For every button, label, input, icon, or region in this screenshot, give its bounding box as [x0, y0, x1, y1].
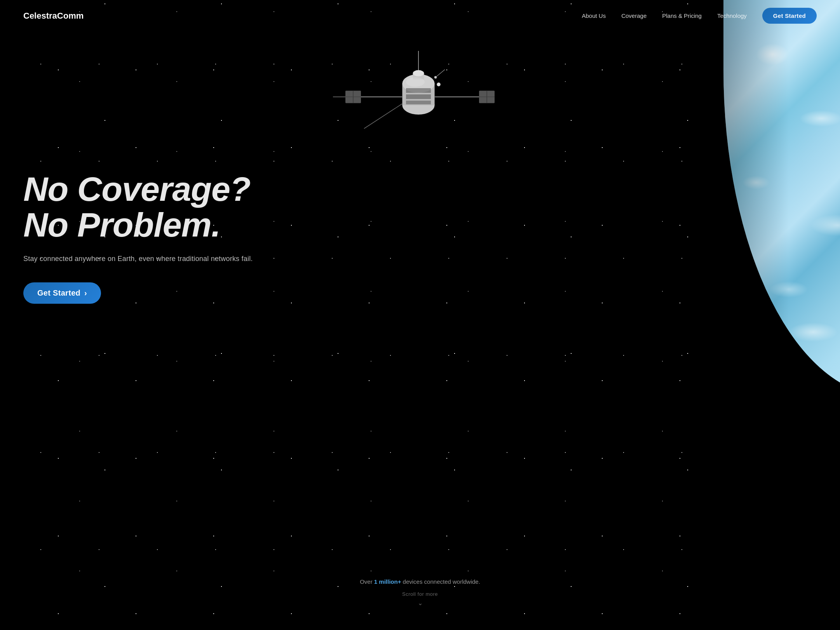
svg-rect-6 — [406, 101, 431, 104]
hero-get-started-button[interactable]: Get Started › — [23, 282, 101, 304]
svg-line-23 — [436, 70, 445, 77]
nav-technology[interactable]: Technology — [717, 12, 747, 19]
hero-content: No Coverage? No Problem. Stay connected … — [0, 156, 311, 327]
svg-point-10 — [437, 83, 441, 87]
stat-suffix: devices connected worldwide. — [401, 578, 480, 585]
nav-links: About Us Coverage Plans & Pricing Techno… — [582, 8, 817, 24]
svg-point-21 — [406, 77, 425, 87]
stat-prefix: Over — [360, 578, 374, 585]
scroll-label: Scroll for more — [360, 591, 480, 597]
scroll-chevron-icon: ⌄ — [360, 599, 480, 607]
svg-rect-5 — [406, 94, 431, 99]
hero-headline-line2: No Problem. — [23, 205, 220, 244]
hero-cta-arrow: › — [84, 289, 87, 298]
hero-cta-label: Get Started — [37, 289, 80, 298]
satellite-area — [0, 31, 840, 156]
nav-about[interactable]: About Us — [582, 12, 606, 19]
nav-get-started-button[interactable]: Get Started — [762, 8, 817, 24]
site-logo: CelestraComm — [23, 11, 84, 21]
hero-headline: No Coverage? No Problem. — [23, 171, 288, 243]
nav-plans[interactable]: Plans & Pricing — [662, 12, 702, 19]
svg-rect-4 — [406, 88, 431, 93]
hero-subtext: Stay connected anywhere on Earth, even w… — [23, 255, 288, 263]
nav-coverage[interactable]: Coverage — [621, 12, 647, 19]
main-nav: CelestraComm About Us Coverage Plans & P… — [0, 0, 840, 31]
stat-highlight: 1 million+ — [374, 578, 401, 585]
svg-point-9 — [413, 70, 424, 77]
svg-line-20 — [364, 104, 402, 129]
bottom-info: Over 1 million+ devices connected worldw… — [360, 578, 480, 607]
stat-text: Over 1 million+ devices connected worldw… — [360, 578, 480, 585]
satellite-illustration — [327, 43, 513, 152]
hero-headline-line1: No Coverage? — [23, 170, 251, 208]
